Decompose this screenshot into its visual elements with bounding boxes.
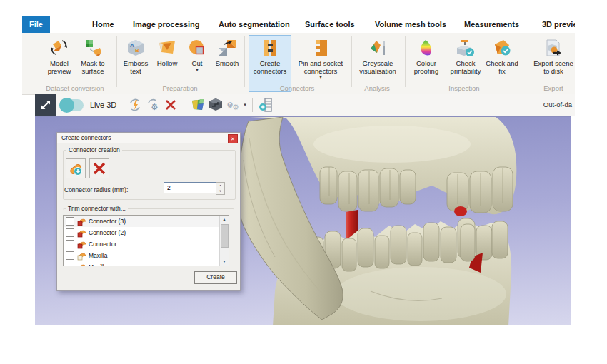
list-item[interactable]: Maxilla [64,261,229,266]
ribbon-button-emboss-text[interactable]: A B Emboss text [119,35,153,92]
list-item-label: Maxilla [89,252,107,259]
ribbon-group-label: Dataset conversion [46,84,104,92]
ribbon-button-cut[interactable]: Cut ▾ [184,35,211,92]
dialog-titlebar[interactable]: Create connectors [57,133,240,143]
svg-text:B: B [135,47,139,54]
spin-down-icon[interactable]: ▼ [216,188,224,194]
radius-label: Connector radius (mm): [64,186,128,193]
svg-text:A: A [130,42,134,49]
svg-text:⚙: ⚙ [151,102,159,112]
radius-spinner[interactable]: ▲ ▼ [216,182,225,195]
create-connectors-icon [260,37,280,59]
hollow-icon [157,37,177,59]
delete-connector-button[interactable] [89,158,109,178]
create-button[interactable]: Create [194,271,237,284]
ribbon-button-label: Emboss text [119,60,152,75]
tab-surface-tools[interactable]: Surface tools [301,16,359,33]
expand-arrows-icon [39,98,52,111]
ribbon-button-label: Hollow [157,60,178,68]
radius-input[interactable] [164,182,219,193]
tab-home[interactable]: Home [88,16,119,33]
update-flash-icon[interactable] [126,97,143,113]
toolbar-separator [252,98,253,112]
ribbon-button-label: Create connectors [249,60,291,75]
group-separator [116,36,117,87]
tab-measurements[interactable]: Measurements [460,16,523,33]
ribbon-button-pin-socket-connectors[interactable]: Pin and socket connectors ▾ [296,35,345,92]
ribbon-button-label: Colour proofing [409,60,443,75]
list-item-label: Connector [89,241,116,248]
ribbon-button-label: Check printability [446,60,486,75]
svg-text:⚙: ⚙ [232,103,239,112]
ribbon-button-greyscale-visualisation[interactable]: Greyscale visualisation [355,35,401,92]
ribbon-button-check-and-fix[interactable]: Check and fix [485,35,519,92]
dropdown-caret[interactable]: ▾ [244,102,246,108]
checkbox[interactable] [66,217,74,226]
toggle-knob [59,98,74,113]
spin-up-icon[interactable]: ▲ [216,183,224,188]
group-label: Connector creation [66,146,122,153]
scroll-up-icon[interactable]: ▲ [220,216,229,223]
list-scrollbar[interactable]: ▲ ▼ [219,216,229,266]
check-and-fix-icon [492,37,512,59]
mask-to-surface-icon [83,37,103,59]
tab-volume-mesh-tools[interactable]: Volume mesh tools [371,16,451,33]
viewport-3d[interactable]: Create connectors ✕ Connector creation C… [35,116,571,325]
group-separator [244,36,245,87]
tab-3d-preview[interactable]: 3D previe [538,16,575,33]
group-label: Trim connector with... [66,205,128,212]
list-item[interactable]: Connector (2) [64,227,229,238]
connector-stub [454,206,467,216]
out-of-date-status: Out-of-da [543,94,572,116]
ribbon-group-label: Connectors [280,84,315,92]
slice-stack-icon[interactable] [207,97,224,113]
scroll-down-icon[interactable]: ▼ [220,258,229,266]
ribbon-button-colour-proofing[interactable]: Colour proofing [408,35,444,92]
connector-part-icon [76,228,86,238]
checkbox[interactable] [66,263,74,266]
add-connector-button[interactable] [66,158,86,178]
trim-connector-list[interactable]: Connector (3) Connector (2) Connector Ma… [63,215,229,266]
tab-image-processing[interactable]: Image processing [129,16,204,33]
texture-preview-icon[interactable] [189,97,206,113]
scrollbar-thumb[interactable] [221,224,229,248]
update-settings-icon[interactable]: ⚙ [144,97,161,113]
ribbon-group-label: Inspection [448,84,479,92]
toolbar-separator [121,98,121,112]
live3d-toggle[interactable] [59,99,84,111]
checkbox[interactable] [66,240,74,248]
list-item[interactable]: Maxilla [64,250,229,261]
list-item[interactable]: Connector (3) [64,216,229,227]
pin-socket-icon [311,37,331,59]
checkbox[interactable] [66,251,74,260]
maxilla-part-icon [76,263,86,267]
cancel-icon[interactable] [162,97,179,113]
group-separator [351,36,352,87]
tab-file[interactable]: File [22,16,50,33]
emboss-text-icon: A B [126,37,146,59]
ribbon-button-smooth[interactable]: Smooth [211,35,244,92]
group-separator [523,36,523,87]
add-connector-icon [68,161,84,176]
dropdown-caret: ▾ [319,75,322,79]
ribbon-button-hollow[interactable]: Hollow [151,35,183,92]
add-frame-icon[interactable] [258,97,274,113]
ribbon-button-create-connectors[interactable]: Create connectors [249,35,291,92]
settings-gears-icon[interactable]: ⚙⚙ [225,97,241,113]
ribbon-group-label: Preparation [162,84,197,92]
connector-part-icon [76,240,86,249]
checkbox[interactable] [66,228,74,237]
ribbon-button-label: Export scene to disk [532,60,575,75]
ribbon-button-check-printability[interactable]: Check printability [445,35,486,92]
ribbon-button-label: Check and fix [486,60,518,75]
list-item-label: Connector (2) [89,229,126,236]
ribbon-button-model-preview[interactable]: Model preview [41,35,77,92]
tab-auto-segmentation[interactable]: Auto segmentation [214,16,294,33]
expand-view-button[interactable] [35,94,56,116]
ribbon-button-mask-to-surface[interactable]: Mask to surface [74,35,111,92]
list-item[interactable]: Connector [64,238,229,250]
model-preview-icon [49,37,69,59]
close-icon[interactable]: ✕ [228,134,238,143]
ribbon-button-export-scene[interactable]: Export scene to disk [531,35,575,92]
list-item-label: Connector (3) [89,218,126,225]
